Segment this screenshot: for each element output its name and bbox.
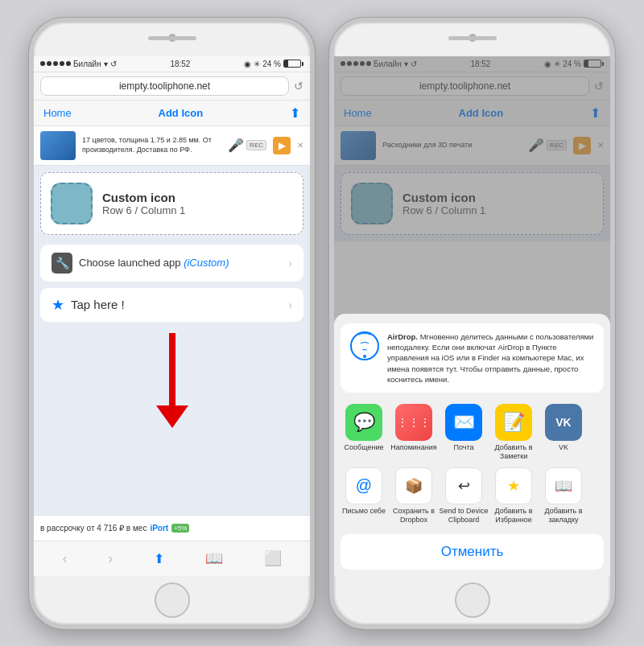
tap-here-text-left: Tap here !	[71, 298, 282, 311]
bookmarks-button-left[interactable]: 📖	[202, 546, 226, 570]
send-device-icon: ↩	[445, 467, 482, 504]
left-screen: Билайн ▾ ↺ 18:52 ◉ ✳ 24 %	[34, 56, 310, 576]
bottom-toolbar-left: ‹ › ⬆ 📖 ⬜	[34, 541, 310, 576]
dropbox-icon: 📦	[395, 467, 432, 504]
down-arrow	[156, 333, 188, 428]
ad-text-left: 17 цветов, толщина 1.75 и 2.85 мм. От пр…	[82, 136, 221, 154]
reload-button-left[interactable]: ↺	[294, 80, 303, 93]
send-device-label: Send to Device Clipboard	[439, 507, 489, 525]
ad-image-left	[40, 131, 76, 160]
battery-body	[283, 60, 301, 68]
cancel-button[interactable]: Отменить	[341, 534, 604, 570]
airdrop-title: AirDrop.	[387, 332, 418, 341]
add-icon-link-left[interactable]: Add Icon	[159, 107, 204, 119]
status-left: Билайн ▾ ↺	[40, 60, 117, 68]
bluetooth-icon: ✳	[254, 60, 260, 68]
mail-self-label: Письмо себе	[342, 507, 386, 516]
share-app-notes[interactable]: 📝 Добавить в Заметки	[489, 404, 539, 461]
iport-logo: iPort	[150, 524, 168, 533]
share-action-send-device[interactable]: ↩ Send to Device Clipboard	[439, 467, 489, 525]
chevron-right-left: ›	[288, 257, 292, 270]
share-action-bookmark[interactable]: 📖 Добавить в закладку	[539, 467, 588, 525]
wave1	[361, 349, 368, 353]
share-sheet: AirDrop. Мгновенно делитесь данными с по…	[334, 314, 610, 576]
mic-icon: 🎤	[228, 138, 244, 153]
bottom-ad-left: в рассрочку от 4 716 ₽ в мес iPort +5%	[34, 515, 310, 541]
status-bar-left: Билайн ▾ ↺ 18:52 ◉ ✳ 24 %	[34, 56, 310, 72]
airdrop-section: AirDrop. Мгновенно делитесь данными с по…	[341, 323, 604, 393]
rec-badge-left: REC	[246, 140, 266, 150]
share-sheet-overlay: AirDrop. Мгновенно делитесь данными с по…	[334, 56, 610, 576]
share-action-dropbox[interactable]: 📦 Сохранить в Dropbox	[389, 467, 439, 525]
ad-arrow-left[interactable]: ▶	[273, 137, 291, 154]
ad-icons-left: 🎤 REC	[228, 138, 266, 153]
right-phone: Билайн ▾ ↺ 18:52 ◉ ✳ 24 %	[329, 18, 615, 629]
content-left: 17 цветов, толщина 1.75 и 2.85 мм. От пр…	[34, 126, 310, 541]
custom-icon-text-left: Custom icon Row 6 / Column 1	[102, 191, 185, 216]
tabs-button-left[interactable]: ⬜	[261, 546, 285, 570]
battery-percent-left: 24 %	[262, 60, 281, 68]
share-action-favorites[interactable]: ★ Добавить в Избранное	[489, 467, 539, 525]
share-actions-row: @ Письмо себе 📦 Сохранить в Dropbox ↩ Se…	[334, 466, 610, 529]
nav-bar-left: Home Add Icon ⬆	[34, 101, 310, 126]
airdrop-description: Мгновенно делитесь данными с пользовател…	[387, 332, 593, 384]
back-button-left[interactable]: ‹	[59, 547, 70, 570]
favorites-label: Добавить в Избранное	[489, 507, 539, 525]
choose-app-row-left[interactable]: 🔧 Choose launched app (iCustom) ›	[40, 245, 303, 282]
wifi-icon: ▾	[104, 60, 108, 68]
mail-icon: ✉️	[445, 404, 482, 441]
choose-app-sub-left: (iCustom)	[184, 257, 229, 269]
wave2	[359, 342, 370, 348]
choose-app-label-left: Choose launched app	[79, 257, 181, 269]
signal-dots	[40, 61, 71, 66]
notes-icon: 📝	[495, 404, 532, 441]
time-left: 18:52	[170, 60, 190, 68]
vk-label: VK	[559, 443, 568, 452]
custom-icon-title-left: Custom icon	[102, 191, 185, 204]
arrow-head	[156, 405, 188, 428]
airdrop-waves	[357, 333, 373, 358]
tap-here-row-left[interactable]: ★ Tap here ! ›	[40, 288, 303, 322]
chevron-right-tap-left: ›	[288, 298, 292, 311]
star-icon-left: ★	[52, 296, 64, 314]
battery-fill	[284, 60, 288, 67]
ad-banner-left: 17 цветов, толщина 1.75 и 2.85 мм. От пр…	[34, 126, 310, 166]
url-bar-left: iempty.tooliphone.net ↺	[34, 72, 310, 101]
refresh-icon: ↺	[110, 60, 117, 68]
share-app-vk[interactable]: VK VK	[539, 404, 588, 452]
carrier-left: Билайн	[73, 60, 101, 68]
share-app-mail[interactable]: ✉️ Почта	[439, 404, 489, 452]
custom-icon-subtitle-left: Row 6 / Column 1	[102, 204, 185, 216]
wave3	[357, 333, 373, 341]
share-toolbar-button-left[interactable]: ⬆	[151, 548, 167, 570]
share-app-messages[interactable]: 💬 Сообщение	[339, 404, 389, 452]
home-button-left[interactable]	[155, 582, 190, 618]
bookmark-icon: 📖	[545, 467, 582, 504]
custom-icon-card-left: Custom icon Row 6 / Column 1	[40, 172, 303, 235]
airdrop-icon	[350, 331, 379, 360]
share-app-reminders[interactable]: ⋮⋮⋮ Напоминания	[389, 404, 439, 452]
share-apps-row: 💬 Сообщение ⋮⋮⋮ Напоминания ✉️ Почта	[334, 399, 610, 466]
notes-label: Добавить в Заметки	[489, 443, 539, 461]
messages-icon: 💬	[345, 404, 382, 441]
airdrop-dot	[363, 355, 366, 358]
home-button-right[interactable]	[455, 582, 490, 618]
vk-icon: VK	[545, 404, 582, 441]
arrow-shaft	[169, 333, 175, 405]
forward-button-left[interactable]: ›	[105, 547, 116, 570]
home-link-left[interactable]: Home	[43, 107, 72, 119]
bookmark-label: Добавить в закладку	[539, 507, 588, 525]
left-phone: Билайн ▾ ↺ 18:52 ◉ ✳ 24 %	[29, 18, 315, 629]
ad-close-left[interactable]: ✕	[297, 141, 303, 150]
battery-tip	[302, 62, 303, 66]
bottom-ad-badge: +5%	[171, 524, 189, 533]
arrow-container-left	[34, 325, 310, 515]
reminders-label: Напоминания	[390, 443, 436, 452]
icon-placeholder-left	[51, 183, 93, 224]
share-action-mail-self[interactable]: @ Письмо себе	[339, 467, 389, 516]
favorites-icon: ★	[495, 467, 532, 504]
phones-container: Билайн ▾ ↺ 18:52 ◉ ✳ 24 %	[29, 18, 615, 629]
wrench-icon-left: 🔧	[52, 253, 72, 274]
url-input-left[interactable]: iempty.tooliphone.net	[40, 76, 289, 96]
share-button-left[interactable]: ⬆	[290, 105, 300, 121]
